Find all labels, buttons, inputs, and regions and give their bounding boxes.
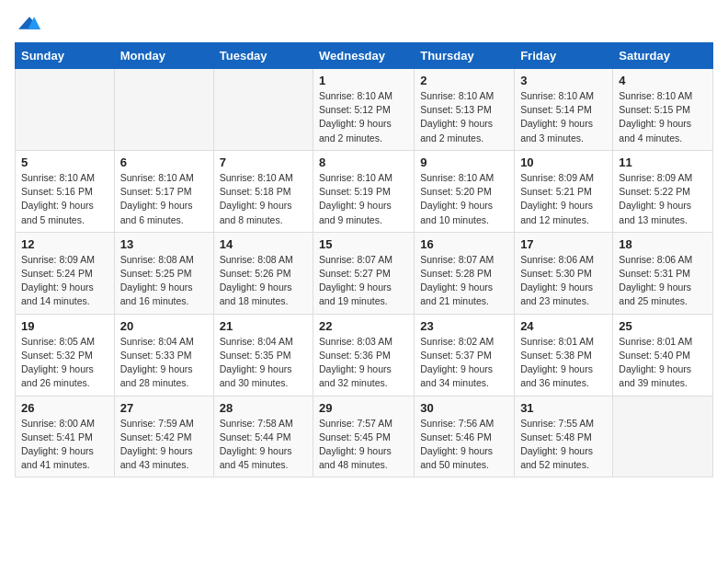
week-row-1: 1Sunrise: 8:10 AMSunset: 5:12 PMDaylight… (16, 69, 713, 151)
day-number: 18 (619, 237, 707, 251)
calendar-cell: 27Sunrise: 7:59 AMSunset: 5:42 PMDayligh… (114, 396, 213, 477)
day-number: 29 (319, 401, 408, 415)
calendar-cell: 31Sunrise: 7:55 AMSunset: 5:48 PMDayligh… (515, 396, 613, 477)
calendar-cell (613, 396, 713, 477)
day-number: 9 (420, 155, 508, 169)
day-info: Sunrise: 8:10 AMSunset: 5:12 PMDaylight:… (319, 89, 408, 145)
day-info: Sunrise: 8:05 AMSunset: 5:32 PMDaylight:… (21, 335, 108, 391)
calendar-cell: 25Sunrise: 8:01 AMSunset: 5:40 PMDayligh… (613, 314, 713, 396)
day-number: 16 (420, 237, 508, 251)
day-info: Sunrise: 8:08 AMSunset: 5:25 PMDaylight:… (120, 253, 208, 309)
calendar-cell: 1Sunrise: 8:10 AMSunset: 5:12 PMDaylight… (313, 69, 415, 151)
week-row-5: 26Sunrise: 8:00 AMSunset: 5:41 PMDayligh… (16, 396, 713, 477)
weekday-header-saturday: Saturday (613, 43, 713, 69)
calendar-cell: 29Sunrise: 7:57 AMSunset: 5:45 PMDayligh… (313, 396, 415, 477)
day-number: 12 (21, 237, 108, 251)
day-number: 17 (520, 237, 607, 251)
day-info: Sunrise: 7:59 AMSunset: 5:42 PMDaylight:… (120, 417, 208, 473)
day-number: 5 (21, 155, 108, 169)
day-number: 8 (319, 155, 408, 169)
day-number: 25 (619, 319, 707, 333)
day-info: Sunrise: 8:07 AMSunset: 5:28 PMDaylight:… (420, 253, 508, 309)
day-number: 21 (220, 319, 307, 333)
calendar-table: SundayMondayTuesdayWednesdayThursdayFrid… (15, 42, 713, 477)
day-number: 22 (319, 319, 408, 333)
day-info: Sunrise: 8:10 AMSunset: 5:16 PMDaylight:… (21, 171, 108, 227)
weekday-header-friday: Friday (515, 43, 613, 69)
calendar-cell: 24Sunrise: 8:01 AMSunset: 5:38 PMDayligh… (515, 314, 613, 396)
calendar-cell: 11Sunrise: 8:09 AMSunset: 5:22 PMDayligh… (613, 150, 713, 232)
week-row-4: 19Sunrise: 8:05 AMSunset: 5:32 PMDayligh… (16, 314, 713, 396)
day-info: Sunrise: 8:10 AMSunset: 5:15 PMDaylight:… (619, 89, 707, 145)
calendar-cell: 22Sunrise: 8:03 AMSunset: 5:36 PMDayligh… (313, 314, 415, 396)
day-number: 30 (420, 401, 508, 415)
weekday-header-row: SundayMondayTuesdayWednesdayThursdayFrid… (16, 43, 713, 69)
calendar-cell: 18Sunrise: 8:06 AMSunset: 5:31 PMDayligh… (613, 232, 713, 314)
day-number: 3 (520, 74, 607, 87)
calendar-cell: 13Sunrise: 8:08 AMSunset: 5:25 PMDayligh… (114, 232, 213, 314)
page-header (15, 15, 713, 31)
day-info: Sunrise: 8:10 AMSunset: 5:19 PMDaylight:… (319, 171, 408, 227)
calendar-cell: 17Sunrise: 8:06 AMSunset: 5:30 PMDayligh… (515, 232, 613, 314)
calendar-cell: 4Sunrise: 8:10 AMSunset: 5:15 PMDaylight… (613, 69, 713, 151)
day-info: Sunrise: 8:06 AMSunset: 5:30 PMDaylight:… (520, 253, 607, 309)
day-number: 24 (520, 319, 607, 333)
day-info: Sunrise: 8:10 AMSunset: 5:18 PMDaylight:… (220, 171, 307, 227)
day-number: 4 (619, 74, 707, 87)
calendar-cell: 3Sunrise: 8:10 AMSunset: 5:14 PMDaylight… (515, 69, 613, 151)
day-number: 28 (220, 401, 307, 415)
week-row-2: 5Sunrise: 8:10 AMSunset: 5:16 PMDaylight… (16, 150, 713, 232)
day-info: Sunrise: 7:57 AMSunset: 5:45 PMDaylight:… (319, 417, 408, 473)
logo-icon (18, 15, 40, 31)
day-number: 7 (220, 155, 307, 169)
calendar-cell: 21Sunrise: 8:04 AMSunset: 5:35 PMDayligh… (213, 314, 313, 396)
weekday-header-monday: Monday (114, 43, 213, 69)
day-info: Sunrise: 8:09 AMSunset: 5:24 PMDaylight:… (21, 253, 108, 309)
day-info: Sunrise: 8:04 AMSunset: 5:33 PMDaylight:… (120, 335, 208, 391)
day-info: Sunrise: 8:10 AMSunset: 5:20 PMDaylight:… (420, 171, 508, 227)
weekday-header-tuesday: Tuesday (213, 43, 313, 69)
weekday-header-thursday: Thursday (415, 43, 515, 69)
calendar-cell (213, 69, 313, 151)
day-number: 11 (619, 155, 707, 169)
day-number: 13 (120, 237, 208, 251)
day-number: 2 (420, 74, 508, 87)
day-info: Sunrise: 8:03 AMSunset: 5:36 PMDaylight:… (319, 335, 408, 391)
calendar-cell: 23Sunrise: 8:02 AMSunset: 5:37 PMDayligh… (415, 314, 515, 396)
calendar-cell: 20Sunrise: 8:04 AMSunset: 5:33 PMDayligh… (114, 314, 213, 396)
day-info: Sunrise: 8:10 AMSunset: 5:14 PMDaylight:… (520, 89, 607, 145)
logo (15, 15, 40, 31)
day-info: Sunrise: 8:09 AMSunset: 5:21 PMDaylight:… (520, 171, 607, 227)
calendar-cell: 15Sunrise: 8:07 AMSunset: 5:27 PMDayligh… (313, 232, 415, 314)
calendar-cell (16, 69, 115, 151)
calendar-cell: 26Sunrise: 8:00 AMSunset: 5:41 PMDayligh… (16, 396, 115, 477)
calendar-cell: 9Sunrise: 8:10 AMSunset: 5:20 PMDaylight… (415, 150, 515, 232)
day-info: Sunrise: 8:01 AMSunset: 5:38 PMDaylight:… (520, 335, 607, 391)
calendar-cell (114, 69, 213, 151)
calendar-cell: 8Sunrise: 8:10 AMSunset: 5:19 PMDaylight… (313, 150, 415, 232)
day-number: 31 (520, 401, 607, 415)
calendar-cell: 28Sunrise: 7:58 AMSunset: 5:44 PMDayligh… (213, 396, 313, 477)
calendar-cell: 6Sunrise: 8:10 AMSunset: 5:17 PMDaylight… (114, 150, 213, 232)
day-info: Sunrise: 8:00 AMSunset: 5:41 PMDaylight:… (21, 417, 108, 473)
day-info: Sunrise: 8:06 AMSunset: 5:31 PMDaylight:… (619, 253, 707, 309)
calendar-cell: 12Sunrise: 8:09 AMSunset: 5:24 PMDayligh… (16, 232, 115, 314)
calendar-cell: 16Sunrise: 8:07 AMSunset: 5:28 PMDayligh… (415, 232, 515, 314)
day-number: 27 (120, 401, 208, 415)
day-info: Sunrise: 7:58 AMSunset: 5:44 PMDaylight:… (220, 417, 307, 473)
day-number: 10 (520, 155, 607, 169)
calendar-cell: 10Sunrise: 8:09 AMSunset: 5:21 PMDayligh… (515, 150, 613, 232)
day-number: 6 (120, 155, 208, 169)
day-number: 19 (21, 319, 108, 333)
day-info: Sunrise: 8:10 AMSunset: 5:17 PMDaylight:… (120, 171, 208, 227)
calendar-cell: 30Sunrise: 7:56 AMSunset: 5:46 PMDayligh… (415, 396, 515, 477)
week-row-3: 12Sunrise: 8:09 AMSunset: 5:24 PMDayligh… (16, 232, 713, 314)
calendar-cell: 2Sunrise: 8:10 AMSunset: 5:13 PMDaylight… (415, 69, 515, 151)
day-info: Sunrise: 8:08 AMSunset: 5:26 PMDaylight:… (220, 253, 307, 309)
day-info: Sunrise: 8:04 AMSunset: 5:35 PMDaylight:… (220, 335, 307, 391)
day-number: 20 (120, 319, 208, 333)
day-number: 26 (21, 401, 108, 415)
day-number: 1 (319, 74, 408, 87)
weekday-header-wednesday: Wednesday (313, 43, 415, 69)
day-info: Sunrise: 8:02 AMSunset: 5:37 PMDaylight:… (420, 335, 508, 391)
